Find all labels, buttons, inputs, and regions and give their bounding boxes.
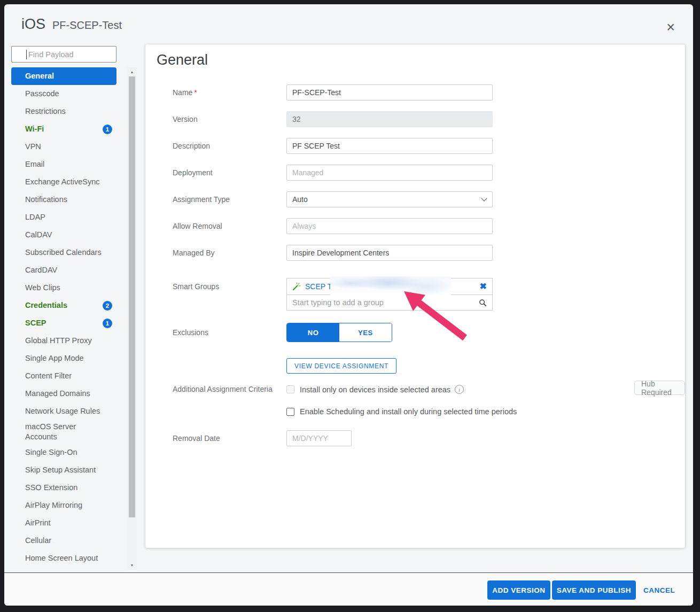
sidebar-item-label: Email [25,158,112,171]
payload-nav: GeneralPasscodeRestrictionsWi-Fi1VPNEmai… [11,67,116,567]
sidebar-item-label: Single App Mode [25,352,112,365]
deployment-field: Managed [286,165,493,181]
description-label: Description [173,138,210,154]
sidebar-item-airprint[interactable]: AirPrint [11,514,116,532]
general-panel: General Name* PF-SCEP-Test Version 32 De… [145,44,686,548]
smart-group-name[interactable]: SCEP Test [305,282,341,291]
hub-required-badge: Hub Required [634,381,685,395]
footer-bar: ADD VERSION SAVE AND PUBLISH CANCEL [4,573,693,606]
sidebar-item-sso-extension[interactable]: SSO Extension [11,479,116,497]
sidebar-item-label: Single Sign-On [25,446,112,459]
sidebar-item-label: Credentials [25,299,103,312]
sidebar-item-single-sign-on[interactable]: Single Sign-On [11,444,116,461]
sidebar-item-label: AirPlay Mirroring [25,499,112,512]
geofence-checkbox-row: Install only on devices inside selected … [286,385,586,394]
managed-by-label: Managed By [173,245,215,261]
cancel-button[interactable]: CANCEL [643,580,675,600]
removal-date-field[interactable]: M/D/YYYY [286,430,352,446]
add-version-button[interactable]: ADD VERSION [487,580,550,600]
profile-title: PF-SCEP-Test [52,19,122,32]
exclusions-toggle: NO YES [286,323,392,342]
smart-group-chip: SCEP Test ✖ [286,278,493,295]
sidebar-item-label: Global HTTP Proxy [25,334,112,347]
assignment-type-label: Assignment Type [173,191,230,207]
payload-count-badge: 2 [103,301,112,311]
deployment-label: Deployment [173,165,213,181]
view-device-assignment-button[interactable]: VIEW DEVICE ASSIGNMENT [286,358,396,374]
name-label: Name* [173,84,197,100]
sidebar-scrollbar[interactable]: ▲ ▼ [127,67,137,569]
sidebar-item-label: SCEP [25,316,103,330]
sidebar-item-ldap[interactable]: LDAP [11,208,116,226]
exclusions-yes-button[interactable]: YES [339,323,392,342]
sidebar-item-label: Notifications [25,193,112,206]
sidebar-item-label: Skip Setup Assistant [25,463,112,477]
sidebar-item-label: Passcode [25,87,112,100]
assignment-type-value[interactable]: Auto [286,191,493,207]
sidebar-item-wi-fi[interactable]: Wi-Fi1 [11,120,116,138]
sidebar-item-notifications[interactable]: Notifications [11,191,116,208]
scheduling-checkbox[interactable] [286,408,294,416]
sidebar-item-content-filter[interactable]: Content Filter [11,367,116,385]
assignment-type-select[interactable]: Auto [286,191,493,207]
sidebar-item-label: LDAP [25,211,112,224]
exclusions-label: Exclusions [173,323,208,342]
text-caret [26,50,27,59]
exclusions-no-button[interactable]: NO [287,323,339,342]
version-field: 32 [286,111,493,127]
sidebar-item-single-app-mode[interactable]: Single App Mode [11,350,116,367]
version-label: Version [173,111,198,127]
sidebar-item-global-http-proxy[interactable]: Global HTTP Proxy [11,332,116,350]
name-field[interactable]: PF-SCEP-Test [286,84,493,100]
sidebar-item-label: SSO Extension [25,481,112,494]
sidebar-item-label: Exchange ActiveSync [25,175,112,189]
scroll-up-icon[interactable]: ▲ [127,67,137,76]
sidebar-item-network-usage-rules[interactable]: Network Usage Rules [11,402,116,420]
sidebar-item-home-screen-layout[interactable]: Home Screen Layout [11,549,116,567]
dialog-header: iOS PF-SCEP-Test [21,16,122,33]
sidebar-item-credentials[interactable]: Credentials2 [11,297,116,314]
payload-count-badge: 1 [103,125,112,134]
managed-by-field[interactable]: Inspire Development Centers [286,245,493,261]
geofence-checkbox-text: Install only on devices inside selected … [300,385,450,394]
sidebar-item-caldav[interactable]: CalDAV [11,226,116,244]
scroll-down-icon[interactable]: ▼ [127,561,137,569]
sidebar-item-label: CalDAV [25,228,112,242]
sidebar-item-carddav[interactable]: CardDAV [11,261,116,279]
sidebar-item-general[interactable]: General [11,67,116,85]
save-and-publish-button[interactable]: SAVE AND PUBLISH [552,580,636,600]
smart-groups-label: Smart Groups [173,278,219,295]
sidebar-item-cellular[interactable]: Cellular [11,532,116,549]
sidebar-item-label: Wi-Fi [25,122,103,136]
sidebar-item-macos-server-accounts[interactable]: macOS Server Accounts [11,420,116,444]
close-icon[interactable]: × [666,20,675,35]
allow-removal-field: Always [286,218,493,234]
sidebar-item-vpn[interactable]: VPN [11,138,116,156]
sidebar-item-label: Cellular [25,534,112,547]
sidebar-item-label: General [25,69,112,83]
page-title: General [157,52,208,68]
sidebar-item-subscribed-calendars[interactable]: Subscribed Calendars [11,244,116,261]
sidebar-item-scep[interactable]: SCEP1 [11,314,116,332]
info-icon[interactable]: i [455,385,464,394]
smart-group-search-input[interactable]: Start typing to add a group [286,295,493,311]
scrollbar-thumb[interactable] [129,76,135,517]
sidebar-item-exchange-activesync[interactable]: Exchange ActiveSync [11,173,116,191]
geofence-checkbox[interactable] [286,385,294,393]
additional-criteria-label: Additional Assignment Criteria [173,383,273,396]
remove-smart-group-icon[interactable]: ✖ [480,282,487,291]
sidebar-item-skip-setup-assistant[interactable]: Skip Setup Assistant [11,461,116,479]
sidebar-item-managed-domains[interactable]: Managed Domains [11,385,116,402]
description-field[interactable]: PF SCEP Test [286,138,493,154]
sidebar-item-label: CardDAV [25,264,112,277]
sidebar-item-email[interactable]: Email [11,156,116,173]
search-icon[interactable] [479,299,487,307]
profile-editor-dialog: iOS PF-SCEP-Test × Find Payload GeneralP… [4,4,693,606]
sidebar-item-restrictions[interactable]: Restrictions [11,103,116,120]
sidebar-item-airplay-mirroring[interactable]: AirPlay Mirroring [11,497,116,514]
sidebar-item-web-clips[interactable]: Web Clips [11,279,116,297]
find-payload-input[interactable]: Find Payload [11,46,116,63]
sidebar-item-passcode[interactable]: Passcode [11,85,116,103]
smart-group-search-placeholder: Start typing to add a group [292,298,384,307]
sidebar-item-label: Web Clips [25,281,112,295]
